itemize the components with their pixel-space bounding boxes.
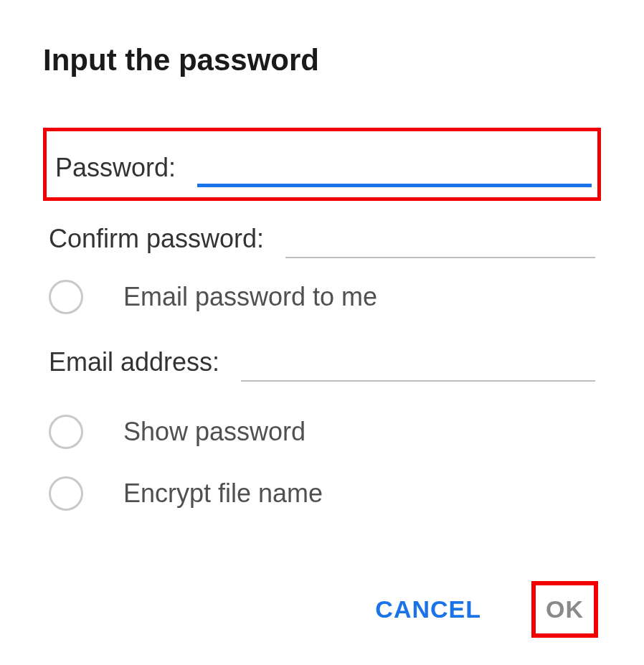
confirm-password-field-row: Confirm password: [43, 205, 601, 264]
encrypt-filename-checkbox[interactable] [49, 476, 83, 511]
show-password-option-row: Show password [43, 409, 601, 455]
encrypt-filename-option-row: Encrypt file name [43, 471, 601, 517]
email-address-label: Email address: [49, 347, 219, 382]
email-address-input[interactable] [241, 348, 595, 382]
password-field-row: Password: [43, 128, 601, 201]
dialog-actions: CANCEL OK [43, 581, 601, 638]
show-password-label: Show password [123, 417, 306, 447]
password-label: Password: [55, 153, 176, 187]
encrypt-filename-label: Encrypt file name [123, 478, 323, 509]
confirm-password-input[interactable] [285, 225, 595, 258]
password-dialog: Input the password Password: Confirm pas… [0, 0, 644, 665]
email-password-checkbox[interactable] [49, 280, 83, 314]
confirm-password-input-wrap [285, 218, 595, 258]
dialog-title: Input the password [43, 43, 601, 77]
ok-button[interactable]: OK [531, 581, 598, 638]
email-address-field-row: Email address: [43, 336, 601, 387]
email-password-label: Email password to me [123, 282, 377, 312]
show-password-checkbox[interactable] [49, 415, 83, 449]
email-address-input-wrap [241, 341, 595, 382]
password-input-wrap [197, 147, 592, 187]
email-password-option-row: Email password to me [43, 274, 601, 320]
password-input[interactable] [197, 151, 592, 187]
confirm-password-label: Confirm password: [49, 224, 264, 258]
cancel-button[interactable]: CANCEL [371, 583, 486, 636]
